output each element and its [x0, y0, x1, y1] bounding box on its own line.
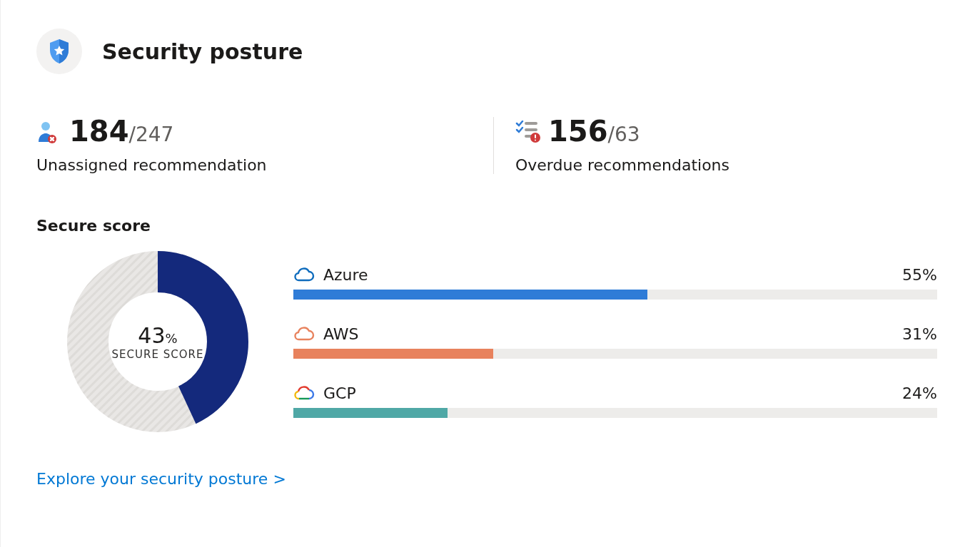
secure-score-donut[interactable]: 43% SECURE SCORE: [65, 249, 251, 434]
progress-fill: [293, 408, 448, 418]
stat-label: Unassigned recommendation: [36, 156, 493, 174]
stat-small-number: /247: [129, 123, 174, 146]
stat-value: 184/247: [69, 117, 173, 146]
cloud-aws-icon: [293, 326, 315, 342]
stat-big-number: 156: [548, 115, 608, 148]
progress-fill: [293, 349, 493, 359]
svg-rect-4: [525, 122, 537, 125]
donut-label: SECURE SCORE: [112, 348, 204, 361]
donut-percent: 43%: [138, 323, 177, 348]
provider-row-aws[interactable]: AWS 31%: [293, 325, 937, 359]
stats-row: 184/247 Unassigned recommendation: [36, 117, 944, 174]
checklist-alert-icon: [515, 121, 538, 143]
provider-row-azure[interactable]: Azure 55%: [293, 266, 937, 300]
secure-score-section: 43% SECURE SCORE Azure 55%: [36, 249, 944, 434]
svg-rect-5: [525, 128, 537, 131]
provider-bars: Azure 55% AWS 31%: [293, 266, 944, 418]
cloud-gcp-icon: [293, 385, 315, 401]
svg-point-0: [41, 122, 50, 131]
donut-center: 43% SECURE SCORE: [65, 249, 251, 434]
overdue-stat[interactable]: 156/63 Overdue recommendations: [493, 117, 729, 174]
progress-fill: [293, 290, 647, 300]
svg-rect-9: [535, 139, 536, 140]
provider-percent: 24%: [902, 384, 937, 402]
provider-name: Azure: [323, 266, 368, 284]
provider-row-gcp[interactable]: GCP 24%: [293, 384, 937, 418]
donut-percent-number: 43: [138, 323, 165, 348]
stat-small-number: /63: [608, 123, 640, 146]
provider-percent: 31%: [902, 325, 937, 343]
provider-percent: 55%: [902, 266, 937, 284]
stat-big-number: 184: [69, 115, 129, 148]
unassigned-stat[interactable]: 184/247 Unassigned recommendation: [36, 117, 493, 174]
provider-name: AWS: [323, 325, 359, 343]
cloud-azure-icon: [293, 267, 315, 282]
donut-percent-sign: %: [166, 331, 178, 346]
stat-value: 156/63: [548, 117, 640, 146]
provider-name: GCP: [323, 384, 356, 402]
svg-rect-8: [535, 134, 536, 138]
card-title: Security posture: [102, 39, 303, 64]
progress-track: [293, 408, 937, 418]
stat-label: Overdue recommendations: [515, 156, 729, 174]
card-header: Security posture: [36, 29, 944, 74]
person-alert-icon: [36, 121, 59, 143]
security-posture-card: Security posture 184/247 Unassigned: [0, 0, 980, 547]
shield-icon: [36, 29, 82, 74]
explore-link[interactable]: Explore your security posture >: [36, 470, 286, 488]
secure-score-heading: Secure score: [36, 217, 944, 235]
progress-track: [293, 290, 937, 300]
progress-track: [293, 349, 937, 359]
